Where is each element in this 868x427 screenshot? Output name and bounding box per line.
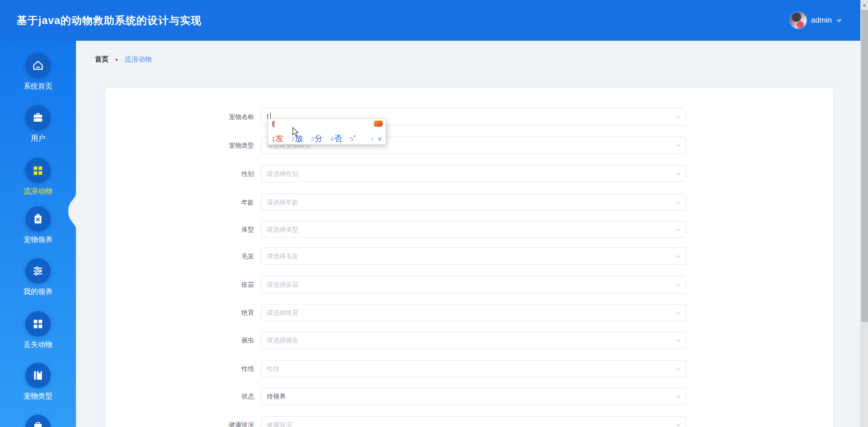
ime-candidate-text: 否 (334, 134, 342, 143)
ime-next-page-icon[interactable]: › (371, 135, 373, 142)
body-size-value: 请选择体型 (267, 221, 298, 237)
temperament-input[interactable]: 性情 (261, 360, 686, 377)
vaccine-value: 请选择疫苗 (267, 276, 298, 293)
chevron-down-icon (675, 142, 681, 149)
age-value: 请选择年龄 (267, 194, 298, 210)
body-size-select[interactable]: 请选择体型 (261, 221, 686, 238)
chevron-down-icon (675, 227, 681, 233)
fur-value: 请选择毛发 (267, 248, 298, 264)
status-select[interactable]: 待领养 (261, 388, 686, 405)
ime-candidate-text: 分 (315, 134, 323, 143)
status-label: 状态 (105, 388, 254, 405)
ime-candidate[interactable]: 5' (350, 134, 355, 143)
sidebar-item-label: 宠物领养 (0, 235, 76, 245)
deworm-label: 驱虫 (105, 332, 254, 349)
sidebar-item-home[interactable]: 系统首页 (0, 53, 76, 91)
ime-skin-icon[interactable] (374, 121, 382, 127)
clipboard-icon (31, 421, 45, 427)
vaccine-label: 疫苗 (105, 276, 254, 293)
temperament-label: 性情 (105, 360, 254, 377)
age-select[interactable]: 请选择年龄 (261, 194, 686, 211)
chevron-down-icon (675, 114, 681, 120)
gender-label: 性别 (105, 165, 254, 182)
chevron-down-icon (675, 394, 681, 400)
active-item-notch (68, 195, 76, 228)
briefcase-icon (31, 111, 45, 124)
sidebar-item-label: 流浪动物 (0, 187, 76, 196)
main-content: 首页 ● 流浪动物 宠物名称 f 宠物类型 请选择宠物类型 性别 请选择性别 (76, 41, 868, 427)
ime-nav: › ∨ (371, 135, 382, 142)
username: admin (811, 16, 832, 25)
form-row: 宠物名称 f (105, 108, 833, 125)
health-input[interactable]: 健康状况 (261, 416, 686, 427)
neutered-label: 绝育 (105, 304, 254, 321)
form-row: 驱虫 请选择驱虫 (105, 332, 833, 349)
fur-select[interactable]: 请选择毛发 (261, 247, 686, 265)
scroll-up-icon[interactable] (863, 4, 866, 6)
status-value: 待领养 (267, 388, 286, 404)
neutered-value: 请选择绝育 (267, 304, 298, 321)
form-row: 体型 请选择体型 (105, 221, 833, 238)
neutered-select[interactable]: 请选择绝育 (261, 304, 686, 321)
form-row: 毛发 请选择毛发 (105, 247, 833, 265)
deworm-select[interactable]: 请选择驱虫 (261, 332, 686, 349)
scrollbar[interactable] (860, 0, 868, 427)
breadcrumb-home[interactable]: 首页 (95, 55, 108, 64)
sidebar: 系统首页 用户 流浪动物 宠物领养 我的领养 丢失动物 宠物类型 (0, 41, 76, 427)
ime-candidate[interactable]: 3分 (311, 133, 322, 144)
sidebar-item-users[interactable]: 用户 (0, 105, 76, 143)
form-row: 疫苗 请选择疫苗 (105, 276, 833, 293)
chevron-down-icon (675, 366, 681, 372)
chevron-down-icon (836, 19, 842, 23)
home-icon (31, 59, 45, 72)
sidebar-item-label: 用户 (0, 134, 76, 143)
topbar: 基于java的动物救助系统的设计与实现 admin (0, 0, 868, 41)
ime-candidate-index: 1 (272, 136, 275, 142)
avatar[interactable] (790, 12, 807, 28)
sidebar-item-label: 宠物类型 (0, 392, 76, 401)
ime-candidate-index: 4 (330, 136, 334, 142)
vaccine-select[interactable]: 请选择疫苗 (261, 276, 686, 293)
form-card: 宠物名称 f 宠物类型 请选择宠物类型 性别 请选择性别 年龄 (105, 88, 833, 427)
scrollbar-thumb[interactable] (861, 10, 868, 322)
user-menu[interactable]: admin (790, 0, 842, 41)
sidebar-item-my-adopt[interactable]: 我的领养 (0, 258, 76, 297)
deworm-value: 请选择驱虫 (267, 332, 298, 348)
health-label: 健康状况 (105, 416, 254, 427)
age-label: 年龄 (105, 194, 254, 211)
book-icon (31, 369, 45, 382)
ime-candidate[interactable]: 4否 (330, 133, 342, 144)
pet-name-label: 宠物名称 (105, 108, 254, 125)
gender-select[interactable]: 请选择性别 (261, 165, 686, 182)
sidebar-item-lost[interactable]: 丢失动物 (0, 311, 76, 350)
clipboard-x-icon (31, 212, 45, 226)
health-value: 健康状况 (267, 417, 292, 427)
sidebar-item-adoption[interactable]: 宠物领养 (0, 206, 76, 245)
breadcrumb: 首页 ● 流浪动物 (95, 55, 151, 64)
sidebar-item-stray[interactable]: 流浪动物 (0, 158, 76, 196)
ime-candidate[interactable]: 1发 (272, 133, 283, 144)
form-row: 性别 请选择性别 (105, 165, 833, 182)
ime-expand-icon[interactable]: ∨ (377, 135, 382, 142)
grid-icon (31, 164, 45, 177)
temperament-value: 性情 (267, 361, 279, 377)
form-row: 绝育 请选择绝育 (105, 304, 833, 321)
ime-compose-row: f (268, 119, 386, 132)
ime-candidate-list: 1发2放3分4否5' (268, 132, 386, 144)
sidebar-item-partial[interactable] (0, 415, 76, 427)
form-row: 年龄 请选择年龄 (105, 194, 833, 211)
breadcrumb-current[interactable]: 流浪动物 (124, 55, 151, 64)
chevron-down-icon (675, 282, 681, 288)
chevron-down-icon (675, 310, 681, 316)
ime-candidate-index: 3 (311, 136, 314, 142)
gender-value: 请选择性别 (267, 166, 298, 182)
form-row: 性情 性情 (105, 360, 833, 377)
sidebar-item-pet-type[interactable]: 宠物类型 (0, 363, 76, 401)
form-row: 宠物类型 请选择宠物类型 (105, 137, 833, 154)
sidebar-item-label: 我的领养 (0, 287, 76, 297)
sidebar-item-label: 系统首页 (0, 82, 76, 91)
page-title: 基于java的动物救助系统的设计与实现 (17, 0, 202, 41)
sliders-icon (31, 264, 45, 278)
mouse-cursor-icon (292, 127, 301, 137)
ime-caret (274, 121, 274, 128)
